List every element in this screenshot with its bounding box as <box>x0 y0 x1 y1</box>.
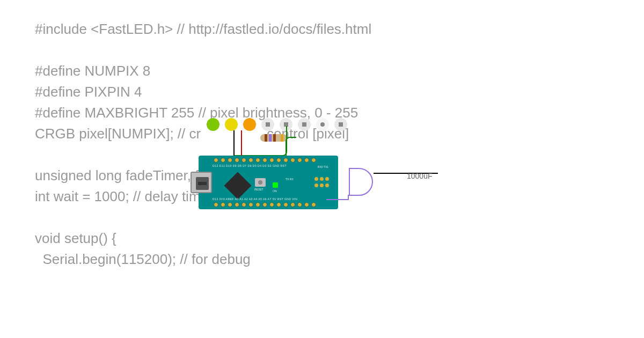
reset-label: RESET <box>254 188 264 191</box>
reset-button <box>255 178 266 187</box>
pin <box>269 158 274 163</box>
pin <box>228 202 232 207</box>
led-6-off <box>316 118 329 131</box>
wire-purple <box>326 195 349 200</box>
icsp-pin <box>325 177 329 181</box>
pin-header-bottom <box>214 202 316 207</box>
txrx-label: TX RX <box>286 177 294 181</box>
pin <box>228 158 232 163</box>
pin-labels-top: D12 D11 D10 D9 D8 D7 D6 D5 D4 D3 D2 GND … <box>213 164 287 167</box>
icsp-pin <box>314 177 318 181</box>
wire-green <box>286 137 296 158</box>
pin <box>221 158 225 163</box>
on-label: ON <box>273 189 277 193</box>
usb-slot <box>198 182 207 185</box>
code-line-11: void setup() { <box>35 228 371 249</box>
pin <box>255 202 260 207</box>
capacitor-component <box>349 168 373 196</box>
code-line-1: #include <FastLED.h> // http://fastled.i… <box>35 19 371 40</box>
capacitor-label: 1000uF <box>407 172 432 180</box>
rx0tx1-label: RX0 TX1 <box>318 165 328 168</box>
pin <box>262 202 267 207</box>
code-line-12: Serial.begin(115200); // for debug <box>35 249 371 270</box>
usb-inner <box>196 177 209 190</box>
pin <box>283 158 288 163</box>
icsp-pin <box>320 183 324 187</box>
pin <box>241 202 246 207</box>
pin <box>304 202 309 207</box>
pin <box>248 158 253 163</box>
pin <box>262 158 267 163</box>
arduino-nano-board: D12 D11 D10 D9 D8 D7 D6 D5 D4 D3 D2 GND … <box>199 156 338 209</box>
icsp-header <box>314 177 327 188</box>
pin <box>235 202 239 207</box>
pin <box>283 202 288 207</box>
led-0-green <box>207 118 219 131</box>
pin-labels-bottom: D13 3V3 AREF A0 A1 A2 A3 A4 A5 A6 A7 5V … <box>213 197 297 201</box>
pin <box>311 202 316 207</box>
pin <box>290 158 295 163</box>
pin <box>290 202 295 207</box>
pin <box>311 158 316 163</box>
pin <box>241 158 246 163</box>
led-5-off <box>298 118 311 131</box>
microcontroller-chip <box>224 172 252 200</box>
power-led-icon <box>273 182 278 188</box>
icsp-pin <box>320 177 324 181</box>
pin <box>276 158 281 163</box>
pin <box>297 158 302 163</box>
pin <box>214 202 218 207</box>
pin <box>276 202 281 207</box>
pin <box>255 158 260 163</box>
icsp-pin <box>314 183 318 187</box>
code-line-3: #define NUMPIX 8 <box>35 61 371 82</box>
code-line-blank <box>35 40 371 61</box>
pin <box>235 158 239 163</box>
icsp-pin <box>325 183 329 187</box>
usb-connector <box>191 172 212 193</box>
circuit-diagram: D12 D11 D10 D9 D8 D7 D6 D5 D4 D3 D2 GND … <box>193 121 408 228</box>
pin-header-top <box>214 158 316 163</box>
pin <box>221 202 225 207</box>
code-line-4: #define PIXPIN 4 <box>35 82 371 102</box>
pin <box>297 202 302 207</box>
led-7-off <box>334 118 347 131</box>
pin <box>269 202 274 207</box>
pin <box>214 158 218 163</box>
pin <box>304 158 309 163</box>
pin <box>248 202 253 207</box>
